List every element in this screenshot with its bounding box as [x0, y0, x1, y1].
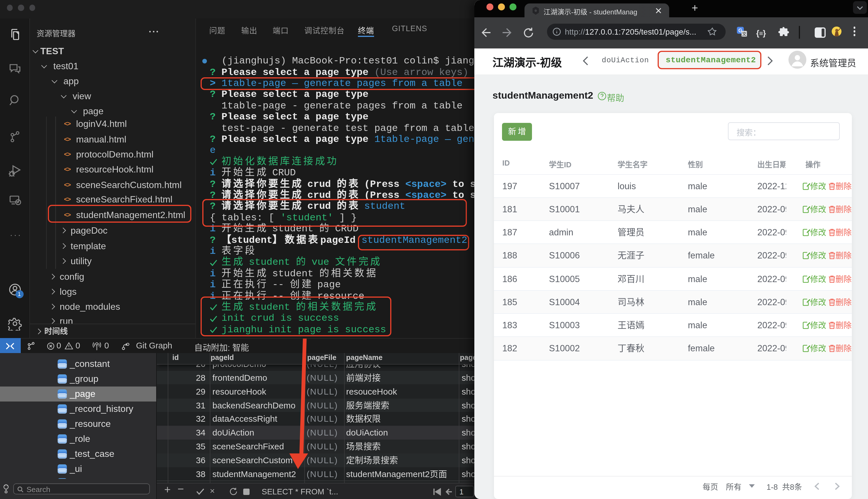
svg-text:文: 文 — [742, 31, 746, 37]
